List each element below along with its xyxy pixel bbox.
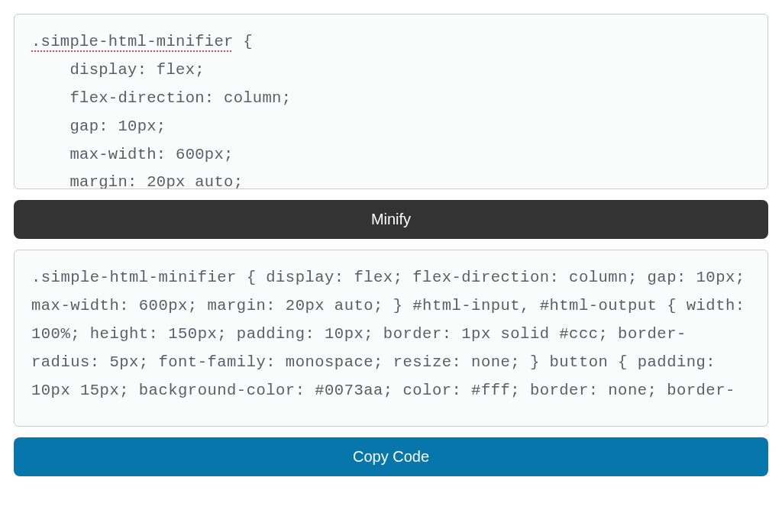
html-output[interactable]: .simple-html-minifier { display: flex; f… [14, 250, 768, 427]
minify-button[interactable]: Minify [14, 200, 768, 239]
input-selector-text: .simple-html-minifier [31, 33, 234, 50]
copy-code-button[interactable]: Copy Code [14, 437, 768, 476]
input-brace: { [234, 33, 253, 50]
minifier-container: .simple-html-minifier { display: flex; f… [14, 14, 768, 476]
output-text: .simple-html-minifier { display: flex; f… [31, 269, 755, 399]
html-input[interactable]: .simple-html-minifier { display: flex; f… [14, 14, 768, 189]
input-rest: display: flex; flex-direction: column; g… [31, 61, 291, 189]
